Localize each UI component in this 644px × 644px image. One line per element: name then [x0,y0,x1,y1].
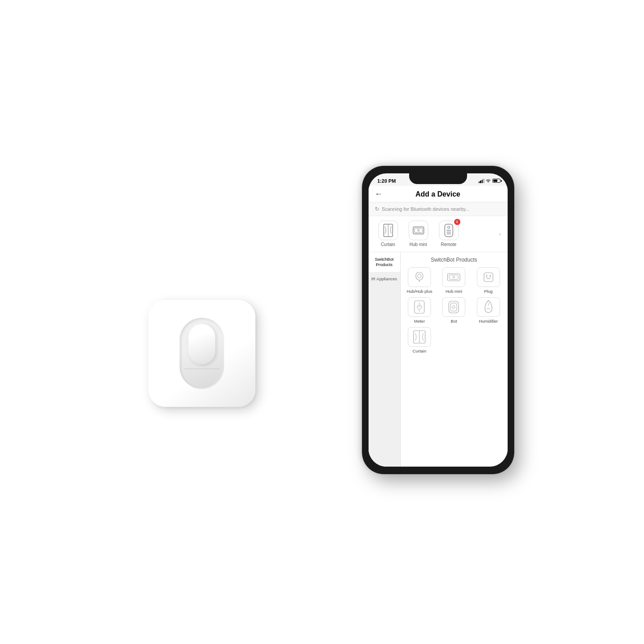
plug-icon [477,267,500,287]
status-time: 1:20 PM [377,178,396,184]
meter-label: Meter [414,319,425,324]
product-grid-area: SwitchBot Products [401,252,508,467]
signal-bar-2 [480,180,481,183]
humidifier-icon [477,297,500,317]
svg-rect-3 [414,228,422,233]
signal-bar-4 [483,179,484,183]
svg-rect-14 [484,273,493,282]
product-plug[interactable]: Plug [473,267,504,294]
phone-screen: 1:20 PM [369,173,508,467]
svg-rect-7 [447,230,451,231]
product-curtain[interactable]: Curtain [404,327,435,353]
switchbot-button-area [180,318,224,389]
battery-icon [492,179,500,183]
signal-bar-1 [479,181,480,183]
svg-rect-12 [449,275,458,279]
app-content: ← Add a Device ↻ Scanning for Bluetooth … [369,186,508,467]
header-title: Add a Device [415,190,460,198]
sidebar-item-ir-appliances[interactable]: IR Appliances [369,272,400,286]
signal-bar-3 [482,180,483,183]
product-humidifier[interactable]: Humidifier [473,297,504,324]
hub-mini-icon-box [409,221,428,240]
switchbot-oval-button [189,324,215,364]
main-area: SwitchBot Products IR Appliances SwitchB… [369,252,508,467]
scanning-text: Scanning for Bluetooth devices nearby... [382,206,470,212]
phone-frame: 1:20 PM [362,166,514,474]
hub-mini-product-icon [442,267,465,287]
curtain-label: Curtain [381,242,395,247]
back-button[interactable]: ← [375,189,383,199]
svg-rect-22 [451,303,457,311]
app-header: ← Add a Device [369,186,508,202]
svg-point-6 [447,226,450,228]
hub-mini-product-label: Hub mini [446,289,463,294]
svg-rect-2 [413,227,424,234]
humidifier-label: Humidifier [479,319,498,324]
chevron-right-icon[interactable]: › [499,230,501,238]
svg-point-23 [452,306,455,308]
product-meter[interactable]: Meter [404,297,435,324]
bot-icon [442,297,465,317]
switchbot-divider-line [184,369,220,369]
product-grid: Hub/Hub plus [404,267,504,354]
remote-icon-box: 1 [439,221,459,240]
products-section-title: SwitchBot Products [404,257,504,263]
bot-label: Bot [451,319,457,324]
svg-rect-8 [447,232,451,233]
hub-mini-label: Hub mini [410,242,427,247]
svg-point-4 [418,230,419,231]
remote-badge: 1 [454,219,460,225]
hub-hub-plus-icon [408,267,431,287]
hub-hub-plus-label: Hub/Hub plus [406,289,432,294]
svg-point-18 [417,305,422,309]
signal-bars [479,179,484,183]
product-hub-mini[interactable]: Hub mini [439,267,469,294]
curtain-product-icon [408,327,431,347]
scanning-icon: ↻ [375,206,379,212]
product-bot[interactable]: Bot [439,297,469,324]
meter-icon [408,297,431,317]
product-hub-hub-plus[interactable]: Hub/Hub plus [404,267,435,294]
scene: 1:20 PM [122,122,523,523]
curtain-icon-box [378,221,398,240]
nearby-devices-row: Curtain Hub mini [369,216,508,252]
phone-notch [409,173,467,184]
sidebar-item-switchbot-products[interactable]: SwitchBot Products [369,252,400,272]
plug-label: Plug [484,289,492,294]
curtain-product-label: Curtain [413,349,427,353]
scanning-bar: ↻ Scanning for Bluetooth devices nearby.… [369,202,508,216]
wifi-icon [486,179,491,183]
remote-label: Remote [441,242,456,247]
switchbot-physical-device [148,300,255,407]
svg-point-13 [453,276,455,278]
status-icons [479,179,500,183]
svg-rect-9 [447,234,451,234]
sidebar: SwitchBot Products IR Appliances [369,252,401,467]
nearby-device-hub-mini[interactable]: Hub mini [405,221,432,247]
nearby-device-curtain[interactable]: Curtain [375,221,402,247]
nearby-device-remote[interactable]: 1 Remote [435,221,462,247]
